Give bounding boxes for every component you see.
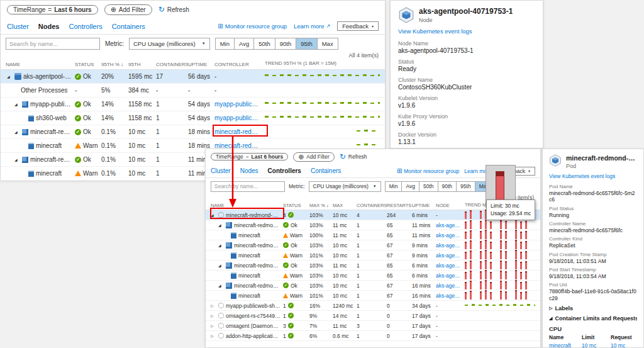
monitor-resource-group-link[interactable]: ⊞ Monitor resource group [397, 167, 459, 174]
percentile-50th[interactable]: 50th [419, 182, 438, 191]
link-cell[interactable]: aks-agentpool-407... [436, 222, 465, 228]
refresh-button[interactable]: ↻ Refresh [158, 5, 189, 14]
table-row[interactable]: ◢minecraft-redmond-6c6575f6fc-...✓Ok103%… [206, 240, 540, 250]
percentile-avg[interactable]: Avg [235, 38, 254, 49]
search-input[interactable] [6, 38, 100, 50]
table-row[interactable]: ◢minecraft-redmond-6c6575f6fc-...✓Ok103%… [206, 261, 540, 271]
tab-nodes[interactable]: Nodes [240, 167, 258, 174]
collapse-row-icon[interactable]: ◢ [211, 213, 216, 217]
add-filter-button[interactable]: ⊕ Add Filter [293, 152, 335, 162]
percentile-50th[interactable]: 50th [254, 38, 275, 49]
table-row[interactable]: ◢minecraft-redmon...✓Ok0.1%10 mc118 mins… [1, 125, 385, 139]
tab-cluster[interactable]: Cluster [7, 23, 29, 30]
column-header[interactable]: NAME [211, 203, 283, 208]
container-name-link[interactable]: minecraft [549, 342, 582, 347]
column-header[interactable]: CONTAINERS [357, 203, 387, 208]
metric-dropdown[interactable]: CPU Usage (millicores) ▼ [309, 181, 381, 192]
table-row[interactable]: minecraftWarn103%10 mc1656 minsaks-agent… [206, 271, 540, 281]
column-header[interactable]: MAX %↓ [309, 203, 333, 208]
learn-more-link[interactable]: Learn more ↗ [294, 23, 330, 30]
percentile-90th[interactable]: 90th [438, 182, 457, 191]
collapse-row-icon[interactable]: ◢ [218, 223, 224, 227]
link-cell[interactable]: aks-agentpool-407... [436, 252, 465, 259]
collapse-row-icon[interactable]: ◢ [14, 130, 20, 134]
table-row[interactable]: ▷omsagent-rs-c75449d84 (ReplicaSet)1✓9%1… [206, 311, 540, 321]
collapse-row-icon[interactable]: ◢ [218, 263, 224, 267]
time-range-pill[interactable]: TimeRange = Last 6 hours [7, 5, 98, 14]
column-header[interactable]: NAME [6, 62, 75, 67]
link-cell[interactable]: aks-agentpool-407... [436, 262, 465, 269]
view-event-logs-link[interactable]: View Kubernetes event logs [398, 28, 472, 35]
property-value: 9/18/2018, 11:03:51 AM [549, 258, 637, 264]
link-cell[interactable]: aks-agentpool-407... [436, 232, 465, 239]
labels-section-toggle[interactable]: ▷ Labels [549, 305, 637, 312]
value-cell: 103% [309, 242, 333, 249]
column-header[interactable]: UPTIME [412, 203, 436, 208]
column-header[interactable]: STATUS [75, 62, 101, 67]
table-row[interactable]: ▷myapp-publicweb-sh360-web-6c6864...1✓16… [206, 301, 540, 311]
table-row[interactable]: minecraftWarn101%10 mc1679 minsaks-agent… [206, 250, 540, 261]
percentile-avg[interactable]: Avg [402, 182, 419, 191]
column-header[interactable]: STATUS [283, 203, 309, 208]
monitor-resource-group-link[interactable]: ⊞ Monitor resource group [218, 23, 287, 30]
expand-row-icon[interactable]: ▷ [211, 303, 216, 308]
expand-row-icon[interactable]: ▷ [211, 323, 216, 328]
link-cell[interactable]: aks-agentpool-407... [436, 293, 465, 299]
limits-section-toggle[interactable]: ◢ Container Limits and Requests [549, 315, 637, 322]
collapse-row-icon[interactable]: ◢ [14, 102, 20, 106]
time-range-pill[interactable]: TimeRange = Last 6 hours [211, 153, 288, 160]
add-filter-button[interactable]: ⊕ Add Filter [104, 4, 152, 15]
column-header[interactable]: RESTARTS [387, 203, 412, 208]
table-row[interactable]: ◢myapp-publicweb-s...✓Ok14%1158 mc154 da… [1, 98, 385, 111]
collapse-row-icon[interactable]: ◢ [218, 243, 224, 247]
column-header[interactable]: MAX [333, 203, 357, 208]
tab-cluster[interactable]: Cluster [211, 167, 231, 174]
column-header[interactable]: UPTIME [188, 62, 214, 67]
link-cell[interactable]: aks-agentpool-407... [436, 283, 465, 289]
view-event-logs-link[interactable]: View Kubernetes event logs [549, 173, 615, 179]
percentile-min[interactable]: Min [386, 182, 402, 191]
metric-dropdown[interactable]: CPU Usage (millicores) ▼ [129, 38, 210, 50]
percentile-90th[interactable]: 90th [275, 38, 297, 49]
table-row[interactable]: ▷addon-http-application-routing-defau...… [206, 331, 540, 341]
node-properties-subtitle: Node [419, 17, 513, 23]
search-input[interactable] [211, 181, 285, 192]
expand-row-icon[interactable]: ▷ [211, 334, 216, 338]
collapse-row-icon[interactable]: ◢ [218, 283, 224, 288]
column-header[interactable]: TREND 95TH % (1 BAR = 15M) [265, 60, 380, 69]
table-row[interactable]: Other Processes-5%384 mc--- [1, 84, 385, 98]
table-row[interactable]: ◢aks-agentpool-4071975...✓Ok20%1595 mc17… [1, 70, 385, 84]
link-cell[interactable]: aks-agentpool-407... [436, 242, 465, 249]
table-row[interactable]: ▷omsagent (DaemonSet)3✓7%11 mc3017 days- [206, 321, 540, 331]
percentile-max[interactable]: Max [318, 38, 338, 49]
percentile-95th[interactable]: 95th [457, 182, 475, 191]
refresh-button[interactable]: ↻ Refresh [340, 152, 367, 161]
table-row[interactable]: ◢minecraft-redmond-6c6575f6fc-...✓Ok103%… [206, 281, 540, 291]
link-cell[interactable]: aks-agentpool-407... [436, 272, 465, 279]
column-header[interactable]: 95TH [128, 62, 156, 67]
table-row[interactable]: minecraftWarn101%10 mc16716 minsaks-agen… [206, 291, 540, 301]
value-cell: 11 mc [333, 323, 357, 329]
tab-containers[interactable]: Containers [311, 167, 341, 174]
tab-controllers[interactable]: Controllers [69, 23, 102, 30]
table-row[interactable]: minecraftWarn100%11 mc16511 minsaks-agen… [206, 230, 540, 240]
column-header[interactable]: CONTROLLER [214, 62, 265, 67]
table-row[interactable]: sh360-web✓Ok14%1158 mc154 daysmyapp-publ… [1, 111, 385, 125]
link-cell[interactable]: minecraft-redmond... [214, 128, 265, 135]
tab-containers[interactable]: Containers [112, 23, 145, 30]
percentile-min[interactable]: Min [216, 38, 235, 49]
link-cell[interactable]: myapp-publicweb-s... [214, 101, 265, 108]
link-cell[interactable]: myapp-publicweb-s... [214, 115, 265, 121]
feedback-button[interactable]: Feedback ▾ [337, 21, 379, 31]
percentile-95th[interactable]: 95th [296, 38, 318, 49]
column-header[interactable]: CONTAINERS [156, 62, 188, 67]
column-header[interactable]: 95TH %↓ [101, 62, 128, 67]
column-header[interactable]: NODE [436, 203, 465, 208]
expand-row-icon[interactable]: ▷ [211, 313, 216, 318]
tab-controllers[interactable]: Controllers [268, 167, 301, 174]
collapse-row-icon[interactable]: ◢ [14, 157, 20, 162]
collapse-row-icon[interactable]: ◢ [7, 74, 13, 79]
table-row[interactable]: ◢minecraft-redmond-6c6575f6fc-...✓Ok103%… [206, 220, 540, 230]
tab-nodes[interactable]: Nodes [38, 23, 60, 30]
trend-bar [490, 252, 492, 259]
